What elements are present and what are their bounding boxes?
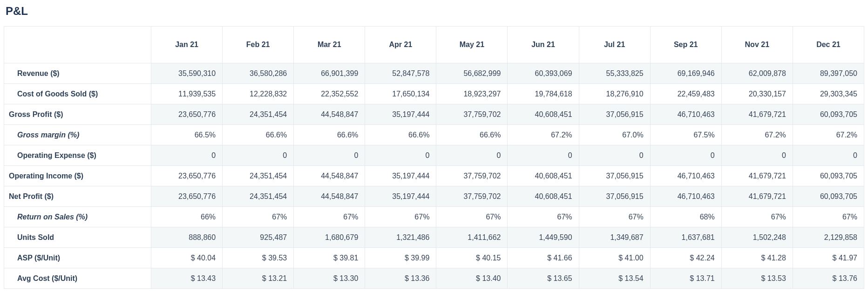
cell-value: 44,548,847 xyxy=(294,104,365,125)
cell-value: 60,093,705 xyxy=(793,166,864,186)
cell-value: $ 40.04 xyxy=(151,248,223,268)
cell-value: 68% xyxy=(650,207,721,227)
cell-value: 1,680,679 xyxy=(294,227,365,248)
cell-value: 35,197,444 xyxy=(365,166,436,186)
cell-value: 0 xyxy=(721,145,793,166)
cell-value: $ 13.71 xyxy=(650,268,721,289)
cell-value: $ 13.36 xyxy=(365,268,436,289)
cell-value: 23,650,776 xyxy=(151,104,223,125)
cell-value: 22,352,552 xyxy=(294,84,365,104)
cell-value: $ 41.28 xyxy=(721,248,793,268)
cell-value: 52,847,578 xyxy=(365,63,436,84)
cell-value: 41,679,721 xyxy=(721,166,793,186)
col-header: Sep 21 xyxy=(650,27,721,63)
cell-value: 24,351,454 xyxy=(223,166,294,186)
cell-value: 66.6% xyxy=(365,125,436,145)
cell-value: 22,459,483 xyxy=(650,84,721,104)
col-header: Apr 21 xyxy=(365,27,436,63)
cell-value: 62,009,878 xyxy=(721,63,793,84)
table-row: ASP ($/Unit)$ 40.04$ 39.53$ 39.81$ 39.99… xyxy=(4,248,864,268)
cell-value: $ 13.76 xyxy=(793,268,864,289)
row-label: Net Profit ($) xyxy=(4,186,151,207)
cell-value: 0 xyxy=(579,145,650,166)
cell-value: 37,759,702 xyxy=(436,104,508,125)
cell-value: $ 39.99 xyxy=(365,248,436,268)
table-row: Units Sold888,860925,4871,680,6791,321,4… xyxy=(4,227,864,248)
cell-value: 29,303,345 xyxy=(793,84,864,104)
row-label: Revenue ($) xyxy=(4,63,151,84)
cell-value: 0 xyxy=(650,145,721,166)
cell-value: 35,197,444 xyxy=(365,104,436,125)
row-label: Avg Cost ($/Unit) xyxy=(4,268,151,289)
cell-value: 1,411,662 xyxy=(436,227,508,248)
cell-value: 12,228,832 xyxy=(223,84,294,104)
cell-value: 0 xyxy=(223,145,294,166)
cell-value: 66% xyxy=(151,207,223,227)
cell-value: $ 13.43 xyxy=(151,268,223,289)
cell-value: 18,923,297 xyxy=(436,84,508,104)
cell-value: 66.6% xyxy=(294,125,365,145)
cell-value: 23,650,776 xyxy=(151,186,223,207)
cell-value: 37,056,915 xyxy=(579,166,650,186)
table-row: Operating Expense ($)0000000000 xyxy=(4,145,864,166)
cell-value: 1,449,590 xyxy=(508,227,579,248)
col-header: May 21 xyxy=(436,27,508,63)
cell-value: 67% xyxy=(294,207,365,227)
table-row: Gross Profit ($)23,650,77624,351,45444,5… xyxy=(4,104,864,125)
table-row: Return on Sales (%)66%67%67%67%67%67%67%… xyxy=(4,207,864,227)
cell-value: 37,759,702 xyxy=(436,166,508,186)
cell-value: 67% xyxy=(793,207,864,227)
cell-value: 23,650,776 xyxy=(151,166,223,186)
cell-value: $ 41.00 xyxy=(579,248,650,268)
cell-value: 67.2% xyxy=(721,125,793,145)
cell-value: 35,590,310 xyxy=(151,63,223,84)
col-header: Feb 21 xyxy=(223,27,294,63)
cell-value: 40,608,451 xyxy=(508,104,579,125)
cell-value: $ 42.24 xyxy=(650,248,721,268)
cell-value: 60,093,705 xyxy=(793,104,864,125)
cell-value: 67% xyxy=(508,207,579,227)
cell-value: 41,679,721 xyxy=(721,104,793,125)
cell-value: 46,710,463 xyxy=(650,166,721,186)
cell-value: 18,276,910 xyxy=(579,84,650,104)
cell-value: 1,321,486 xyxy=(365,227,436,248)
cell-value: $ 39.81 xyxy=(294,248,365,268)
cell-value: 67% xyxy=(721,207,793,227)
col-header: Mar 21 xyxy=(294,27,365,63)
header-row: Jan 21 Feb 21 Mar 21 Apr 21 May 21 Jun 2… xyxy=(4,27,864,63)
cell-value: $ 13.30 xyxy=(294,268,365,289)
row-label: Operating Income ($) xyxy=(4,166,151,186)
cell-value: 0 xyxy=(365,145,436,166)
cell-value: 67% xyxy=(579,207,650,227)
cell-value: 67% xyxy=(223,207,294,227)
cell-value: 0 xyxy=(151,145,223,166)
cell-value: 41,679,721 xyxy=(721,186,793,207)
cell-value: $ 39.53 xyxy=(223,248,294,268)
cell-value: 69,169,946 xyxy=(650,63,721,84)
cell-value: 44,548,847 xyxy=(294,166,365,186)
row-label: Units Sold xyxy=(4,227,151,248)
table-row: Net Profit ($)23,650,77624,351,45444,548… xyxy=(4,186,864,207)
cell-value: 60,093,705 xyxy=(793,186,864,207)
row-label: Gross margin (%) xyxy=(4,125,151,145)
cell-value: 24,351,454 xyxy=(223,104,294,125)
table-row: Operating Income ($)23,650,77624,351,454… xyxy=(4,166,864,186)
cell-value: $ 41.66 xyxy=(508,248,579,268)
cell-value: 66.5% xyxy=(151,125,223,145)
cell-value: 0 xyxy=(793,145,864,166)
cell-value: 0 xyxy=(436,145,508,166)
cell-value: $ 40.15 xyxy=(436,248,508,268)
cell-value: $ 13.53 xyxy=(721,268,793,289)
cell-value: 925,487 xyxy=(223,227,294,248)
cell-value: 37,056,915 xyxy=(579,186,650,207)
row-label: Operating Expense ($) xyxy=(4,145,151,166)
col-header: Dec 21 xyxy=(793,27,864,63)
cell-value: 11,939,535 xyxy=(151,84,223,104)
cell-value: 0 xyxy=(294,145,365,166)
cell-value: 36,580,286 xyxy=(223,63,294,84)
cell-value: 66,901,399 xyxy=(294,63,365,84)
cell-value: 37,056,915 xyxy=(579,104,650,125)
cell-value: 2,129,858 xyxy=(793,227,864,248)
cell-value: $ 13.21 xyxy=(223,268,294,289)
cell-value: 55,333,825 xyxy=(579,63,650,84)
